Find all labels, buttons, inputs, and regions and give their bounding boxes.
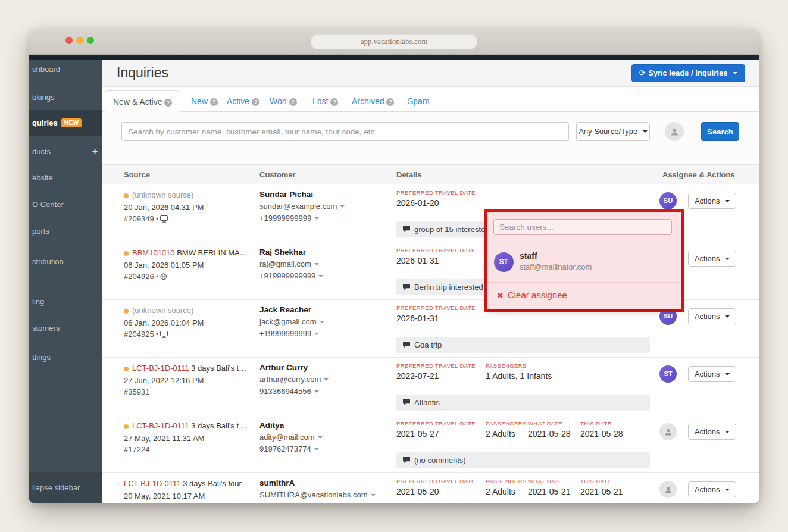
- sidebar-item-label: ebsite: [32, 173, 53, 182]
- help-icon[interactable]: ?: [289, 98, 297, 106]
- help-icon[interactable]: ?: [252, 98, 259, 106]
- sidebar-item-ttings[interactable]: ttings: [29, 351, 102, 365]
- customer-phone-dropdown[interactable]: 919762473774: [259, 445, 319, 453]
- customer-phone-dropdown[interactable]: +19999999999: [259, 214, 319, 223]
- source-title: (unknown source): [132, 306, 193, 315]
- assignee-avatar[interactable]: SU: [659, 192, 677, 209]
- source-cell: (unknown source): [132, 306, 258, 315]
- detail-field: PREFERRED TRAVEL DATE2022-07-21: [396, 362, 486, 381]
- tab-archived[interactable]: Archived?: [344, 90, 402, 112]
- table-row: LCT-BJ-1D-0111 3 days Bali's t…27 May, 2…: [102, 415, 759, 473]
- actions-button[interactable]: Actions: [688, 481, 736, 497]
- help-icon[interactable]: ?: [330, 98, 338, 106]
- sidebar-item-ports[interactable]: ports: [29, 224, 102, 239]
- table-row: LCT-BJ-1D-0111 3 days Bali's t…27 Jun, 2…: [102, 358, 759, 415]
- details-cell: PREFERRED TRAVEL DATE2026-01-20: [396, 189, 486, 208]
- assignee-option-staff[interactable]: ST staff staff@mailinator.com: [487, 243, 681, 282]
- zoom-window-button[interactable]: [87, 37, 94, 44]
- person-icon: [664, 486, 673, 494]
- actions-button[interactable]: Actions: [688, 251, 736, 267]
- clear-assignee-button[interactable]: ✖Clear assignee: [497, 290, 567, 300]
- actions-button[interactable]: Actions: [688, 424, 736, 440]
- help-icon[interactable]: ?: [386, 98, 394, 106]
- tab-label: Won: [270, 96, 287, 106]
- assignee-avatar[interactable]: [659, 423, 677, 440]
- customer-name: sumithrA: [259, 478, 295, 487]
- address-bar[interactable]: app.vacationlabs.com: [311, 34, 477, 49]
- chevron-down-icon: [314, 217, 319, 220]
- search-button[interactable]: Search: [701, 122, 739, 141]
- tour-code-link[interactable]: BBM101010: [132, 248, 175, 257]
- source-cell: LCT-BJ-1D-0111 3 days Bali's t…: [132, 364, 258, 373]
- tab-won[interactable]: Won?: [262, 90, 305, 112]
- detail-value: 2021-05-27: [396, 429, 486, 439]
- search-input[interactable]: [121, 122, 569, 141]
- actions-button[interactable]: Actions: [688, 366, 736, 382]
- tour-code-link[interactable]: LCT-BJ-1D-0111: [132, 421, 189, 430]
- detail-label: WHAT DATE: [528, 478, 580, 484]
- source-type-label: Any Source/Type: [579, 127, 637, 136]
- assignee-avatar[interactable]: ST: [659, 365, 677, 383]
- assignee-filter-button[interactable]: [665, 122, 684, 141]
- new-badge: NEW: [61, 118, 82, 127]
- sidebar-item-ducts[interactable]: ducts+: [29, 145, 102, 159]
- minimize-window-button[interactable]: [76, 37, 83, 44]
- sidebar-item-quiries[interactable]: quiriesNEW: [29, 110, 102, 136]
- chevron-down-icon: [314, 390, 319, 393]
- column-header-customer: Customer: [259, 170, 296, 179]
- person-icon: [664, 428, 673, 436]
- sidebar-item-ebsite[interactable]: ebsite: [29, 171, 102, 185]
- close-window-button[interactable]: [65, 37, 73, 44]
- tab-active[interactable]: Active?: [219, 90, 267, 112]
- desktop-icon: [160, 331, 168, 338]
- customer-email-dropdown[interactable]: adity@mail.com: [259, 433, 323, 442]
- sidebar-item-o-center[interactable]: O Center: [29, 198, 102, 212]
- tab-new-active[interactable]: New & Active?: [105, 90, 180, 112]
- inquiry-date: 27 May, 2021 11:31 AM: [124, 434, 204, 443]
- sidebar-item-stribution[interactable]: stribution: [29, 255, 102, 269]
- actions-button[interactable]: Actions: [688, 308, 736, 324]
- source-type-dropdown[interactable]: Any Source/Type: [576, 122, 650, 141]
- assignee-search-input[interactable]: [493, 219, 672, 235]
- customer-email-dropdown[interactable]: sundar@example.com: [259, 202, 345, 211]
- chevron-down-icon: [314, 448, 319, 450]
- tab-bar: New & Active?New?Active?Won?Lost?Archive…: [102, 87, 759, 112]
- tour-code-link[interactable]: LCT-BJ-1D-0111: [124, 479, 181, 488]
- customer-email-dropdown[interactable]: jack@gmail.com: [259, 317, 324, 326]
- source-title: BMW BERLIN MA…: [177, 248, 247, 257]
- plus-icon[interactable]: +: [92, 145, 98, 159]
- chevron-down-icon: [314, 263, 319, 265]
- detail-label: PASSENGERS: [486, 420, 528, 427]
- help-icon[interactable]: ?: [164, 99, 172, 107]
- assignee-avatar[interactable]: [659, 481, 677, 498]
- customer-email-dropdown[interactable]: arthur@curry.com: [259, 375, 329, 384]
- sidebar-nav: llapse sidebar shboardokingsquiriesNEWdu…: [29, 60, 102, 503]
- sidebar-collapse-button[interactable]: llapse sidebar: [29, 472, 102, 503]
- sidebar-item-label: O Center: [32, 200, 64, 209]
- sidebar-item-stomers[interactable]: stomers: [29, 321, 102, 336]
- comment-text: Goa trip: [414, 340, 442, 349]
- sync-leads-button[interactable]: ⟳Sync leads / inquiries: [631, 64, 745, 82]
- customer-name: Arthur Curry: [259, 363, 308, 372]
- customer-phone-dropdown[interactable]: 913366944556: [259, 387, 319, 396]
- detail-label: PASSENGERS: [486, 478, 528, 484]
- tab-spam[interactable]: Spam: [400, 90, 437, 112]
- chevron-down-icon: [733, 72, 737, 74]
- comment-chip: Goa trip: [396, 337, 650, 353]
- customer-phone-dropdown[interactable]: +919999999999: [259, 271, 323, 280]
- sidebar-item-shboard[interactable]: shboard: [29, 62, 102, 77]
- status-dot-icon: [124, 193, 129, 198]
- customer-email-dropdown[interactable]: SUMITHRA@vacationlabs.com: [259, 490, 376, 499]
- tour-code-link[interactable]: LCT-BJ-1D-0111: [132, 364, 189, 373]
- customer-phone-dropdown[interactable]: +19999999999: [259, 329, 319, 338]
- sidebar-item-ling[interactable]: ling: [29, 295, 102, 309]
- customer-email-dropdown[interactable]: raj@gmail.com: [259, 259, 319, 268]
- detail-value: 2021-05-28: [580, 429, 623, 439]
- sidebar-item-okings[interactable]: okings: [29, 90, 102, 105]
- comment-text: Atlantis: [414, 398, 440, 407]
- tab-lost[interactable]: Lost?: [305, 90, 346, 112]
- inquiry-ref: #209349•: [124, 214, 168, 223]
- help-icon[interactable]: ?: [210, 98, 218, 106]
- actions-button[interactable]: Actions: [688, 193, 736, 209]
- comment-text: (no comments): [414, 456, 466, 465]
